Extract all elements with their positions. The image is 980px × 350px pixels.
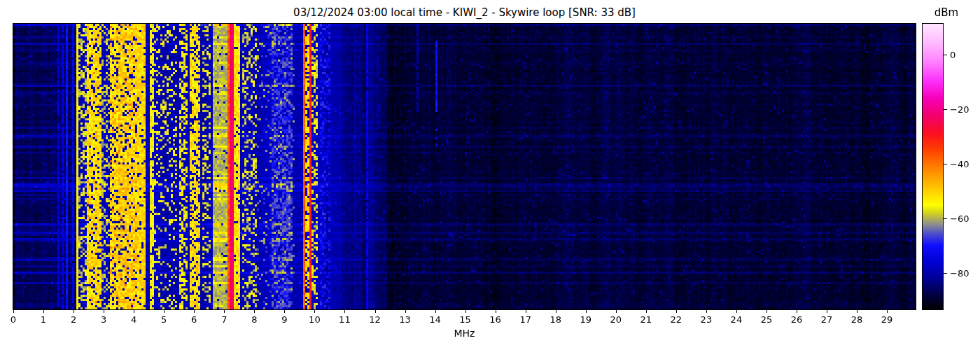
- colorbar-tick-mark: [944, 164, 947, 164]
- colorbar-tick-label: −80: [950, 268, 969, 279]
- colorbar-tick-label: −60: [950, 214, 969, 224]
- colorbar-tick-mark: [944, 109, 947, 110]
- colorbar-tick-label: −40: [950, 159, 969, 169]
- colorbar-tick-mark: [944, 55, 947, 55]
- colorbar-ticks: 0−20−40−60−80: [0, 0, 980, 350]
- colorbar-tick-label: −20: [950, 104, 969, 115]
- colorbar-tick-mark: [944, 273, 947, 274]
- spectrogram-figure: 03/12/2024 03:00 local time - KIWI_2 - S…: [0, 0, 980, 350]
- colorbar-tick-label: 0: [950, 50, 955, 60]
- colorbar-tick-mark: [944, 218, 947, 219]
